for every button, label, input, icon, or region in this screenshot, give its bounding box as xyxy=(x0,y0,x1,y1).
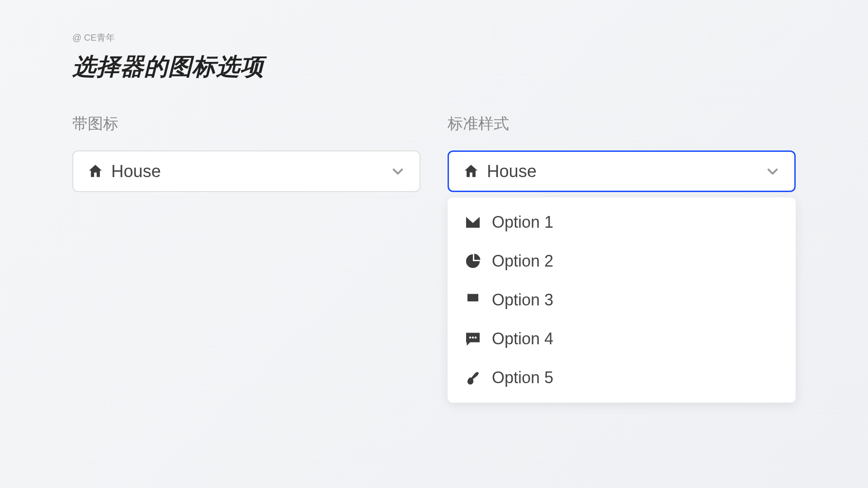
chart-icon xyxy=(465,253,481,269)
left-column: 带图标 House xyxy=(72,113,420,403)
message-icon xyxy=(465,331,481,347)
header-subtitle: @ CE青年 xyxy=(72,32,796,44)
option-label: Option 3 xyxy=(492,291,553,310)
svg-point-1 xyxy=(472,337,474,339)
chevron-down-icon xyxy=(391,164,405,178)
right-select-value: House xyxy=(463,162,537,181)
option-label: Option 4 xyxy=(492,329,553,348)
option-3[interactable]: Option 3 xyxy=(448,281,796,319)
left-select[interactable]: House xyxy=(72,150,420,192)
left-select-value: House xyxy=(88,162,161,181)
option-label: Option 5 xyxy=(492,368,553,387)
option-1[interactable]: Option 1 xyxy=(448,203,796,242)
left-select-text: House xyxy=(111,162,161,181)
left-section-label: 带图标 xyxy=(72,113,420,134)
svg-point-0 xyxy=(469,337,472,339)
chevron-down-icon xyxy=(765,164,780,178)
brush-icon xyxy=(465,370,481,386)
right-section-label: 标准样式 xyxy=(448,113,796,134)
option-5[interactable]: Option 5 xyxy=(448,358,796,397)
right-select-text: House xyxy=(487,162,537,181)
right-select[interactable]: House xyxy=(448,150,796,192)
flag-icon xyxy=(465,292,481,308)
right-column: 标准样式 House Option 1 xyxy=(448,113,796,403)
option-label: Option 2 xyxy=(492,252,553,271)
option-2[interactable]: Option 2 xyxy=(448,242,796,281)
right-dropdown: Option 1 Option 2 Option 3 xyxy=(448,197,796,403)
page-title: 选择器的图标选项 xyxy=(72,51,796,83)
house-icon xyxy=(88,164,103,179)
svg-point-2 xyxy=(475,337,477,339)
option-4[interactable]: Option 4 xyxy=(448,319,796,358)
option-label: Option 1 xyxy=(492,213,553,232)
house-icon xyxy=(463,164,479,179)
mail-icon xyxy=(465,214,481,230)
